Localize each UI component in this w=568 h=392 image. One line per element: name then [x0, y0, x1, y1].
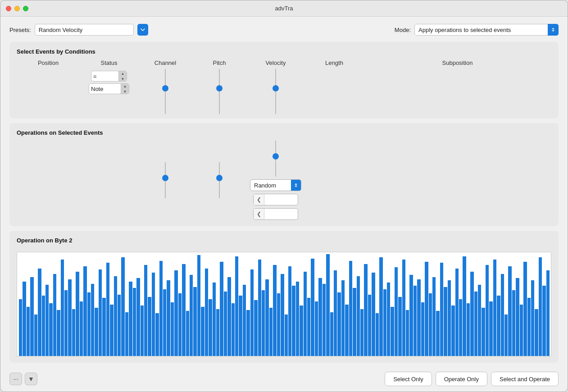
bar-chart[interactable]: [17, 252, 551, 356]
random-mode-select[interactable]: RandomFixedAddScale: [250, 182, 291, 189]
channel-track: [165, 69, 166, 114]
bar-item: [334, 270, 337, 356]
col-pitch: Pitch: [192, 59, 246, 66]
pitch-track: [219, 69, 220, 114]
operations-title: Operations on Selected Events: [17, 129, 551, 136]
bar-item: [402, 260, 405, 356]
mode-group: Mode: Apply operations to selected event…: [395, 24, 559, 36]
velocity-value1-input[interactable]: [264, 196, 298, 203]
ops-velocity-col: RandomFixedAddScale ❮ ❯ ❮: [246, 141, 305, 220]
bar-item: [83, 266, 86, 356]
operations-grid: RandomFixedAddScale ❮ ❯ ❮: [17, 141, 551, 220]
bar-item: [383, 289, 386, 356]
bar-item: [224, 292, 227, 356]
bar-item: [155, 313, 159, 356]
operations-section: Operations on Selected Events: [9, 123, 559, 226]
bar-item: [262, 290, 265, 356]
ops-channel-thumb[interactable]: [162, 175, 168, 181]
bar-item: [269, 308, 273, 356]
bar-item: [300, 305, 303, 356]
velocity-value1-down[interactable]: ❮: [254, 194, 264, 205]
bar-item: [118, 295, 121, 356]
bar-item: [463, 256, 466, 356]
channel-thumb[interactable]: [162, 85, 168, 91]
bar-item: [64, 290, 68, 356]
bar-item: [429, 293, 432, 356]
bar-item: [87, 292, 91, 356]
velocity-value2-input[interactable]: [264, 211, 298, 218]
bottom-right: Select Only Operate Only Select and Oper…: [385, 372, 559, 386]
col-subposition: Subposition: [364, 59, 551, 66]
bar-item: [311, 259, 314, 356]
column-headers: Position Status Channel Pitch Velocity L…: [17, 59, 551, 66]
bar-item: [482, 308, 485, 356]
comparator-up[interactable]: ▲: [119, 71, 127, 76]
col-channel: Channel: [138, 59, 192, 66]
close-button[interactable]: [6, 6, 11, 11]
ops-velocity-thumb[interactable]: [273, 153, 279, 160]
bar-item: [353, 288, 356, 356]
mode-select[interactable]: Apply operations to selected events Appl…: [414, 24, 559, 36]
bar-item: [110, 305, 113, 356]
velocity-value2-down[interactable]: ❮: [254, 208, 264, 220]
bar-item: [467, 303, 470, 356]
bar-item: [285, 315, 288, 356]
bar-item: [493, 260, 496, 356]
bar-item: [38, 269, 41, 356]
bar-item: [516, 278, 519, 356]
bar-item: [197, 255, 200, 356]
bar-item: [144, 265, 147, 356]
comparator-down[interactable]: ▼: [119, 76, 127, 82]
bar-item: [307, 298, 310, 356]
ellipsis-button[interactable]: ···: [9, 373, 22, 385]
bar-item: [213, 283, 216, 356]
presets-input[interactable]: [35, 24, 134, 36]
bar-item: [121, 257, 124, 356]
maximize-button[interactable]: [23, 6, 28, 11]
chevron-down-icon: ▼: [28, 375, 34, 383]
velocity-thumb[interactable]: [273, 85, 279, 91]
select-and-operate-button[interactable]: Select and Operate: [491, 372, 559, 386]
velocity-value2-stepper: ❮ ❯: [253, 208, 298, 220]
bar-item: [451, 305, 454, 356]
bar-item: [440, 263, 443, 356]
select-only-button[interactable]: Select Only: [385, 372, 432, 386]
presets-label: Presets:: [9, 27, 31, 33]
select-events-body: =≠<> ▲ ▼ NoteCCSysEx ▲ ▼: [17, 69, 551, 114]
col-status: Status: [80, 59, 138, 66]
mode-label: Mode:: [395, 27, 411, 33]
bottom-bar: ··· ▼ Select Only Operate Only Select an…: [0, 368, 568, 392]
presets-dropdown-button[interactable]: [137, 24, 148, 36]
bar-item: [95, 308, 98, 356]
operate-only-button[interactable]: Operate Only: [436, 372, 487, 386]
note-type-arrows: ▲ ▼: [121, 83, 129, 94]
bar-item: [444, 287, 447, 356]
bar-item: [391, 307, 394, 356]
note-type-down[interactable]: ▼: [121, 89, 129, 94]
bar-item: [527, 298, 531, 356]
bar-item: [246, 310, 250, 356]
col-velocity: Velocity: [246, 59, 305, 66]
bar-item: [360, 309, 364, 356]
bar-item: [478, 285, 481, 356]
note-type-select[interactable]: NoteCCSysEx: [89, 86, 121, 92]
bar-item: [542, 286, 545, 356]
bar-item: [315, 301, 318, 356]
minimize-button[interactable]: [14, 6, 20, 11]
bar-item: [193, 287, 196, 356]
bar-item: [304, 272, 307, 356]
ops-pitch-thumb[interactable]: [216, 175, 223, 181]
pitch-thumb[interactable]: [216, 85, 223, 91]
bar-item: [186, 311, 189, 356]
pitch-slider-col: [192, 69, 246, 114]
dropdown-extra-button[interactable]: ▼: [25, 373, 37, 385]
bar-item: [182, 264, 185, 356]
comparator-select[interactable]: =≠<>: [91, 73, 118, 80]
bar-item: [141, 305, 144, 356]
bar-item: [372, 273, 375, 356]
velocity-value1-stepper: ❮ ❯: [253, 194, 298, 205]
bar-item: [539, 257, 542, 356]
note-type-up[interactable]: ▲: [121, 83, 129, 89]
bar-item: [30, 277, 33, 356]
select-events-title: Select Events by Conditions: [17, 48, 551, 55]
